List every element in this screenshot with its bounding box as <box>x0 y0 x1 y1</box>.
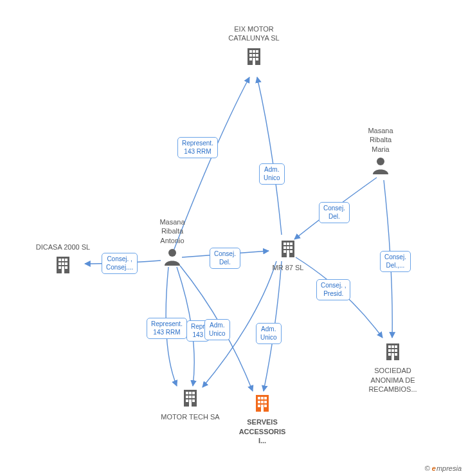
svg-rect-30 <box>290 250 292 253</box>
svg-rect-48 <box>192 396 195 398</box>
svg-rect-61 <box>261 405 264 412</box>
svg-rect-20 <box>65 266 68 269</box>
svg-rect-54 <box>261 397 264 399</box>
svg-rect-3 <box>256 50 258 53</box>
svg-rect-60 <box>264 405 267 407</box>
building-icon <box>276 237 300 262</box>
node-label: EIX MOTORCATALUNYA SL <box>212 24 296 43</box>
svg-rect-5 <box>253 54 255 57</box>
svg-point-11 <box>168 249 176 257</box>
svg-rect-2 <box>253 50 255 53</box>
svg-rect-31 <box>287 250 289 257</box>
svg-rect-47 <box>189 396 192 398</box>
node-masana-antonio[interactable]: MasanaRibaltaAntonio <box>147 216 198 269</box>
node-motor-tech[interactable]: MOTOR TECH SA <box>152 386 229 423</box>
svg-rect-8 <box>256 58 258 60</box>
person-icon <box>370 155 391 178</box>
svg-point-10 <box>377 158 384 165</box>
svg-rect-26 <box>284 246 286 249</box>
svg-rect-45 <box>192 392 195 394</box>
svg-rect-56 <box>258 401 260 403</box>
svg-rect-1 <box>249 50 252 53</box>
svg-rect-41 <box>392 353 394 360</box>
svg-rect-50 <box>192 399 195 402</box>
svg-rect-33 <box>388 345 391 348</box>
edge-label: Consej. ,Presid. <box>316 279 350 300</box>
building-icon <box>242 44 266 69</box>
node-eix-motor[interactable]: EIX MOTORCATALUNYA SL <box>212 23 296 69</box>
svg-rect-39 <box>388 353 391 356</box>
svg-rect-34 <box>392 345 394 348</box>
node-label: MasanaRibaltaAntonio <box>147 217 198 245</box>
node-label: SOCIEDADANONIMA DERECAMBIOS... <box>357 366 428 394</box>
svg-rect-59 <box>258 405 260 407</box>
svg-rect-23 <box>284 243 286 245</box>
svg-rect-24 <box>287 243 289 245</box>
building-icon <box>251 391 274 416</box>
svg-rect-4 <box>249 54 252 57</box>
svg-rect-29 <box>284 250 286 253</box>
svg-rect-18 <box>65 262 68 265</box>
node-label: MR 87 SL <box>269 263 307 272</box>
svg-rect-38 <box>395 349 397 352</box>
edge-label: Adm.Unico <box>204 319 230 340</box>
edge-label: Adm.Unico <box>256 323 282 344</box>
building-icon <box>51 253 75 278</box>
edge-label: Consej.Del. <box>319 202 350 223</box>
node-mr87[interactable]: MR 87 SL <box>269 237 307 274</box>
svg-rect-14 <box>62 259 64 261</box>
svg-rect-44 <box>189 392 192 394</box>
svg-rect-17 <box>62 262 64 265</box>
svg-rect-13 <box>59 259 61 261</box>
copyright: © empresia <box>425 464 462 472</box>
edge-label: Consej.Del.,... <box>380 251 411 272</box>
svg-rect-49 <box>186 399 188 402</box>
person-icon <box>162 246 183 269</box>
edge-label: Repr143 <box>186 320 210 342</box>
svg-rect-51 <box>189 399 192 407</box>
svg-rect-16 <box>59 262 61 265</box>
node-dicasa[interactable]: DICASA 2000 SL <box>24 241 102 279</box>
edge-label: Consej.Del. <box>210 248 240 269</box>
node-serveis[interactable]: SERVEISACCESSORISI... <box>230 391 294 446</box>
svg-rect-40 <box>395 353 397 356</box>
node-label: MasanaRibaltaMaria <box>355 126 406 154</box>
svg-rect-43 <box>186 392 188 394</box>
edge-label: Consej. ,Consej.... <box>102 253 138 274</box>
svg-rect-6 <box>256 54 258 57</box>
node-sociedad[interactable]: SOCIEDADANONIMA DERECAMBIOS... <box>357 340 428 395</box>
svg-rect-27 <box>287 246 289 249</box>
node-label: DICASA 2000 SL <box>24 243 102 252</box>
node-label: MOTOR TECH SA <box>152 412 229 421</box>
node-masana-maria[interactable]: MasanaRibaltaMaria <box>355 125 406 178</box>
svg-rect-21 <box>62 266 64 273</box>
svg-rect-36 <box>388 349 391 352</box>
svg-rect-58 <box>264 401 267 403</box>
building-icon <box>179 386 202 411</box>
edge-label: Adm.Unico <box>259 163 285 185</box>
svg-rect-28 <box>290 246 292 249</box>
svg-rect-15 <box>65 259 68 261</box>
svg-rect-25 <box>290 243 292 245</box>
svg-rect-35 <box>395 345 397 348</box>
svg-rect-37 <box>392 349 394 352</box>
building-icon <box>381 340 404 365</box>
svg-rect-46 <box>186 396 188 398</box>
svg-rect-19 <box>59 266 61 269</box>
edge-label: Represent.143 RRM <box>177 137 218 158</box>
node-label: SERVEISACCESSORISI... <box>230 417 294 445</box>
svg-rect-57 <box>261 401 264 403</box>
edge-label: Represent.143 RRM <box>147 318 187 339</box>
svg-rect-53 <box>258 397 260 399</box>
svg-rect-9 <box>253 58 255 65</box>
svg-rect-55 <box>264 397 267 399</box>
svg-rect-7 <box>249 58 252 60</box>
